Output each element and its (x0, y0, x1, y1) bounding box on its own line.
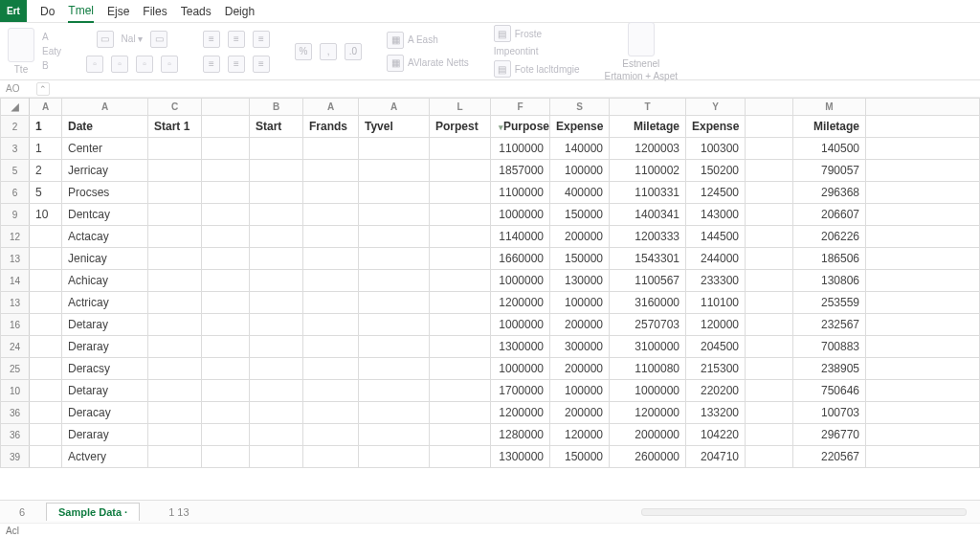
row-number[interactable]: 3 (1, 138, 30, 160)
cell[interactable]: 1000000 (610, 380, 686, 402)
cell[interactable] (303, 424, 359, 446)
cell[interactable]: 143000 (686, 204, 746, 226)
cell[interactable]: 1660000 (491, 248, 550, 270)
cell[interactable] (746, 358, 793, 380)
cell[interactable]: 1280000 (491, 424, 550, 446)
cell[interactable] (746, 160, 793, 182)
sheet-tab[interactable]: Sample Data · (46, 503, 140, 521)
cell[interactable] (148, 402, 202, 424)
cell[interactable] (148, 248, 202, 270)
cell[interactable]: 200000 (550, 314, 610, 336)
cell[interactable]: 100703 (793, 402, 866, 424)
cell[interactable]: Deracay (62, 402, 148, 424)
header-cell[interactable]: Start (250, 116, 303, 138)
row-number[interactable]: 14 (1, 270, 30, 292)
cell[interactable] (866, 160, 980, 182)
row-number[interactable]: 13 (1, 292, 30, 314)
menu-item[interactable]: Files (143, 1, 167, 22)
cell[interactable] (202, 270, 250, 292)
cell[interactable] (303, 314, 359, 336)
cell[interactable] (746, 292, 793, 314)
cell[interactable] (359, 402, 430, 424)
cell[interactable]: 1200000 (491, 402, 550, 424)
cell[interactable]: 100000 (550, 160, 610, 182)
cell[interactable]: 1000000 (491, 358, 550, 380)
row-number[interactable]: 9 (1, 204, 30, 226)
sheet-icon[interactable]: ▤ (494, 25, 511, 42)
cell[interactable]: 124500 (686, 182, 746, 204)
cell[interactable] (30, 380, 62, 402)
header-cell[interactable]: Frands (303, 116, 359, 138)
cell[interactable] (430, 336, 491, 358)
cell[interactable] (148, 424, 202, 446)
col-letter[interactable]: A (62, 99, 148, 116)
cell[interactable] (250, 248, 303, 270)
cell[interactable]: 1200333 (610, 226, 686, 248)
align-bl-icon[interactable]: ≡ (203, 56, 220, 73)
cell[interactable]: 144500 (686, 226, 746, 248)
cell[interactable] (430, 314, 491, 336)
col-letter[interactable]: S (550, 99, 610, 116)
cell[interactable] (430, 380, 491, 402)
bold-icon[interactable]: ▫ (86, 56, 103, 73)
cell[interactable]: 700883 (793, 336, 866, 358)
cell[interactable]: 150000 (550, 248, 610, 270)
header-cell[interactable] (746, 116, 793, 138)
cell[interactable] (746, 248, 793, 270)
cell[interactable] (250, 446, 303, 468)
cell[interactable] (866, 248, 980, 270)
cell[interactable] (250, 204, 303, 226)
cell[interactable] (202, 160, 250, 182)
cell[interactable]: 790057 (793, 160, 866, 182)
cell[interactable]: Jenicay (62, 248, 148, 270)
font-box-icon[interactable]: ▭ (97, 31, 114, 48)
col-letter[interactable]: F (491, 99, 550, 116)
cell[interactable]: 1543301 (610, 248, 686, 270)
cell[interactable] (303, 336, 359, 358)
header-cell[interactable]: Date (62, 116, 148, 138)
cell[interactable] (148, 182, 202, 204)
row-number[interactable]: 10 (1, 380, 30, 402)
cell[interactable]: 244000 (686, 248, 746, 270)
cell[interactable] (359, 160, 430, 182)
cell[interactable] (866, 424, 980, 446)
cell[interactable]: 220200 (686, 380, 746, 402)
cell[interactable] (746, 402, 793, 424)
cell[interactable] (359, 248, 430, 270)
cell[interactable]: 206226 (793, 226, 866, 248)
row-number[interactable]: 36 (1, 424, 30, 446)
align-tl-icon[interactable]: ≡ (203, 31, 220, 48)
header-cell[interactable]: ▾Purpose (491, 116, 550, 138)
cell[interactable] (303, 380, 359, 402)
name-box[interactable]: AO (6, 83, 31, 94)
cell[interactable]: 1100567 (610, 270, 686, 292)
cell[interactable]: 200000 (550, 226, 610, 248)
col-letter[interactable]: Y (686, 99, 746, 116)
cell[interactable]: 2570703 (610, 314, 686, 336)
col-letter[interactable]: M (793, 99, 866, 116)
cell[interactable] (430, 248, 491, 270)
cell[interactable] (866, 336, 980, 358)
row-number[interactable]: 5 (1, 160, 30, 182)
cell[interactable] (30, 358, 62, 380)
italic-icon[interactable]: ▫ (111, 56, 128, 73)
cell[interactable]: 3100000 (610, 336, 686, 358)
cell[interactable] (202, 226, 250, 248)
cell[interactable] (250, 402, 303, 424)
cell[interactable]: Procses (62, 182, 148, 204)
cell[interactable] (359, 380, 430, 402)
cell[interactable] (30, 270, 62, 292)
cell[interactable] (430, 292, 491, 314)
align-br-icon[interactable]: ≡ (253, 56, 270, 73)
cell[interactable]: 296368 (793, 182, 866, 204)
cond-fmt-icon[interactable]: ▦ (387, 32, 404, 49)
cell[interactable] (148, 292, 202, 314)
cell[interactable]: 200000 (550, 402, 610, 424)
cell[interactable]: 220567 (793, 446, 866, 468)
col-letter[interactable]: T (610, 99, 686, 116)
cell[interactable]: Detaray (62, 380, 148, 402)
cell[interactable] (202, 138, 250, 160)
cell[interactable] (30, 446, 62, 468)
cell[interactable]: 215300 (686, 358, 746, 380)
cell[interactable] (30, 226, 62, 248)
